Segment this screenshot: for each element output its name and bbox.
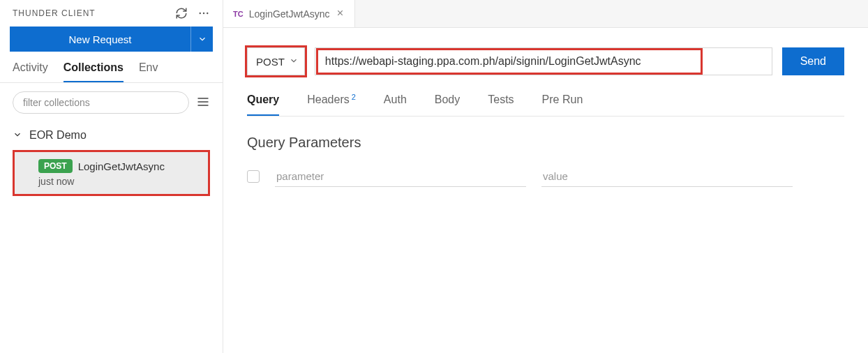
req-tab-prerun[interactable]: Pre Run: [542, 93, 583, 116]
tab-label: LoginGetJwtAsync: [249, 8, 330, 20]
close-icon[interactable]: [336, 8, 345, 20]
hamburger-icon[interactable]: [196, 95, 210, 111]
collection-name: EOR Demo: [29, 129, 87, 142]
new-request-button[interactable]: New Request: [10, 27, 190, 52]
headers-count: 2: [352, 93, 356, 101]
tab-env[interactable]: Env: [139, 61, 158, 82]
req-tab-auth[interactable]: Auth: [384, 93, 407, 116]
url-wrap: [315, 47, 772, 75]
request-line: POST LoginGetJwtAsync: [38, 159, 195, 173]
url-input[interactable]: [318, 50, 701, 73]
filter-row: [0, 83, 223, 122]
sidebar-header: THUNDER CLIENT: [0, 0, 223, 27]
request-panel: POST Send Query Headers 2 Auth Body: [223, 28, 868, 187]
tab-collections[interactable]: Collections: [63, 61, 124, 82]
method-select[interactable]: POST: [247, 47, 305, 75]
more-icon[interactable]: [197, 7, 210, 20]
request-name: LoginGetJwtAsync: [78, 160, 165, 172]
svg-point-0: [200, 13, 201, 14]
param-row: [247, 166, 844, 187]
method-label: POST: [256, 56, 285, 68]
new-request-row: New Request: [0, 27, 223, 52]
main: TC LoginGetJwtAsync POST Send Query: [223, 0, 868, 353]
section-title: Query Parameters: [247, 135, 844, 151]
filter-collections-input[interactable]: [13, 91, 189, 114]
param-name-input[interactable]: [275, 166, 526, 187]
new-request-dropdown[interactable]: [190, 27, 213, 52]
url-row: POST Send: [247, 47, 844, 75]
refresh-icon[interactable]: [175, 7, 188, 20]
chevron-down-icon: [289, 56, 299, 68]
svg-point-1: [203, 13, 204, 14]
sidebar-tabs: Activity Collections Env: [0, 52, 223, 83]
req-tab-headers[interactable]: Headers 2: [307, 93, 356, 116]
send-button[interactable]: Send: [782, 47, 844, 75]
tab-bar: TC LoginGetJwtAsync: [223, 0, 868, 28]
request-tabs: Query Headers 2 Auth Body Tests Pre Run: [247, 93, 844, 117]
collection-item[interactable]: EOR Demo: [0, 122, 223, 149]
param-checkbox[interactable]: [247, 170, 260, 183]
editor-tab[interactable]: TC LoginGetJwtAsync: [223, 0, 355, 27]
svg-point-2: [207, 13, 208, 14]
request-item[interactable]: POST LoginGetJwtAsync just now: [13, 150, 210, 196]
method-badge: POST: [38, 159, 73, 173]
tab-activity[interactable]: Activity: [13, 61, 48, 82]
chevron-down-icon: [13, 130, 22, 142]
req-tab-query[interactable]: Query: [247, 93, 279, 116]
sidebar-header-icons: [175, 7, 210, 20]
sidebar-title: THUNDER CLIENT: [13, 8, 96, 18]
req-tab-tests[interactable]: Tests: [488, 93, 514, 116]
request-time: just now: [38, 176, 195, 187]
sidebar: THUNDER CLIENT New Request Activity Coll…: [0, 0, 223, 353]
req-tab-body[interactable]: Body: [435, 93, 460, 116]
tc-badge: TC: [233, 10, 244, 18]
param-value-input[interactable]: [541, 166, 793, 187]
